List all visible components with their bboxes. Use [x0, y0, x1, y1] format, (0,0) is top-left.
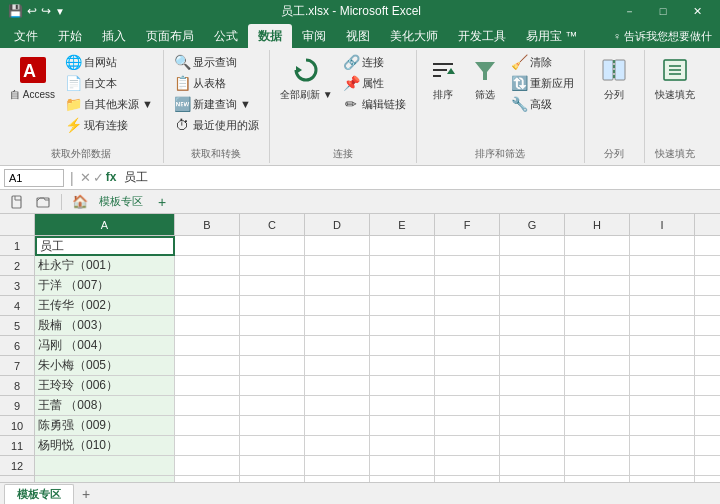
cell-b4[interactable]	[175, 296, 240, 316]
cell-g2[interactable]	[500, 256, 565, 276]
function-icon[interactable]: fx	[106, 170, 117, 185]
col-header-e[interactable]: E	[370, 214, 435, 236]
cell-a9[interactable]: 王蕾 （008）	[35, 396, 175, 416]
tab-easytools[interactable]: 易用宝 ™	[516, 24, 587, 48]
col-header-g[interactable]: G	[500, 214, 565, 236]
sheet-tab-template[interactable]: 模板专区	[4, 484, 74, 504]
cell-d6[interactable]	[305, 336, 370, 356]
cell-h10[interactable]	[565, 416, 630, 436]
cell-h9[interactable]	[565, 396, 630, 416]
cell-h11[interactable]	[565, 436, 630, 456]
col-header-h[interactable]: H	[565, 214, 630, 236]
advanced-btn[interactable]: 🔧 高级	[507, 94, 578, 114]
cell-f9[interactable]	[435, 396, 500, 416]
cell-c3[interactable]	[240, 276, 305, 296]
cell-j9[interactable]	[695, 396, 720, 416]
cell-c1[interactable]	[240, 236, 305, 256]
new-file-btn[interactable]	[6, 192, 28, 212]
minimize-btn[interactable]: －	[614, 0, 644, 22]
tab-start[interactable]: 开始	[48, 24, 92, 48]
cell-b7[interactable]	[175, 356, 240, 376]
cell-h1[interactable]	[565, 236, 630, 256]
tab-pagelayout[interactable]: 页面布局	[136, 24, 204, 48]
cell-e7[interactable]	[370, 356, 435, 376]
row-header[interactable]: 10	[0, 416, 35, 436]
edit-links-btn[interactable]: ✏ 编辑链接	[339, 94, 410, 114]
cell-e2[interactable]	[370, 256, 435, 276]
cell-g7[interactable]	[500, 356, 565, 376]
tab-formula[interactable]: 公式	[204, 24, 248, 48]
cell-b8[interactable]	[175, 376, 240, 396]
row-header[interactable]: 2	[0, 256, 35, 276]
cell-e5[interactable]	[370, 316, 435, 336]
cell-g12[interactable]	[500, 456, 565, 476]
clear-btn[interactable]: 🧹 清除	[507, 52, 578, 72]
cell-e6[interactable]	[370, 336, 435, 356]
cell-g11[interactable]	[500, 436, 565, 456]
col-header-d[interactable]: D	[305, 214, 370, 236]
add-sheet-toolbar-btn[interactable]: +	[151, 192, 173, 212]
cell-e8[interactable]	[370, 376, 435, 396]
cell-f10[interactable]	[435, 416, 500, 436]
cell-j3[interactable]	[695, 276, 720, 296]
cell-i10[interactable]	[630, 416, 695, 436]
cell-a11[interactable]: 杨明悦（010）	[35, 436, 175, 456]
cell-b10[interactable]	[175, 416, 240, 436]
cell-i5[interactable]	[630, 316, 695, 336]
cell-g8[interactable]	[500, 376, 565, 396]
row-header[interactable]: 11	[0, 436, 35, 456]
cell-j8[interactable]	[695, 376, 720, 396]
row-header[interactable]: 7	[0, 356, 35, 376]
web-btn[interactable]: 🌐 自网站	[61, 52, 157, 72]
cell-d11[interactable]	[305, 436, 370, 456]
cell-h6[interactable]	[565, 336, 630, 356]
cell-c8[interactable]	[240, 376, 305, 396]
cell-i6[interactable]	[630, 336, 695, 356]
col-header-a[interactable]: A	[35, 214, 175, 236]
cell-g10[interactable]	[500, 416, 565, 436]
tab-devtools[interactable]: 开发工具	[448, 24, 516, 48]
cell-h4[interactable]	[565, 296, 630, 316]
cell-g4[interactable]	[500, 296, 565, 316]
cell-a6[interactable]: 冯刚 （004）	[35, 336, 175, 356]
template-area-btn[interactable]: 模板专区	[95, 192, 147, 212]
cell-a10[interactable]: 陈勇强（009）	[35, 416, 175, 436]
cell-d9[interactable]	[305, 396, 370, 416]
refresh-all-btn[interactable]: 全部刷新 ▼	[276, 52, 337, 108]
cell-h2[interactable]	[565, 256, 630, 276]
cell-j10[interactable]	[695, 416, 720, 436]
cell-h12[interactable]	[565, 456, 630, 476]
cell-f4[interactable]	[435, 296, 500, 316]
cell-d2[interactable]	[305, 256, 370, 276]
cell-j6[interactable]	[695, 336, 720, 356]
flash-fill-btn[interactable]: 快速填充	[651, 52, 699, 108]
redo-btn[interactable]: ↪	[41, 4, 51, 18]
row-header[interactable]: 3	[0, 276, 35, 296]
cell-d8[interactable]	[305, 376, 370, 396]
cell-h3[interactable]	[565, 276, 630, 296]
col-header-i[interactable]: I	[630, 214, 695, 236]
cell-e3[interactable]	[370, 276, 435, 296]
cell-b1[interactable]	[175, 236, 240, 256]
col-header-b[interactable]: B	[175, 214, 240, 236]
cell-a7[interactable]: 朱小梅（005）	[35, 356, 175, 376]
row-header[interactable]: 9	[0, 396, 35, 416]
cell-e10[interactable]	[370, 416, 435, 436]
tab-review[interactable]: 审阅	[292, 24, 336, 48]
cell-d12[interactable]	[305, 456, 370, 476]
cell-i7[interactable]	[630, 356, 695, 376]
row-header[interactable]: 4	[0, 296, 35, 316]
cell-e9[interactable]	[370, 396, 435, 416]
cell-j5[interactable]	[695, 316, 720, 336]
cell-f12[interactable]	[435, 456, 500, 476]
other-sources-btn[interactable]: 📁 自其他来源 ▼	[61, 94, 157, 114]
access-btn[interactable]: A 自 Access	[6, 52, 59, 108]
cell-g6[interactable]	[500, 336, 565, 356]
cell-j1[interactable]	[695, 236, 720, 256]
cell-c11[interactable]	[240, 436, 305, 456]
cell-j7[interactable]	[695, 356, 720, 376]
tab-file[interactable]: 文件	[4, 24, 48, 48]
cell-b9[interactable]	[175, 396, 240, 416]
cell-f2[interactable]	[435, 256, 500, 276]
cell-c12[interactable]	[240, 456, 305, 476]
